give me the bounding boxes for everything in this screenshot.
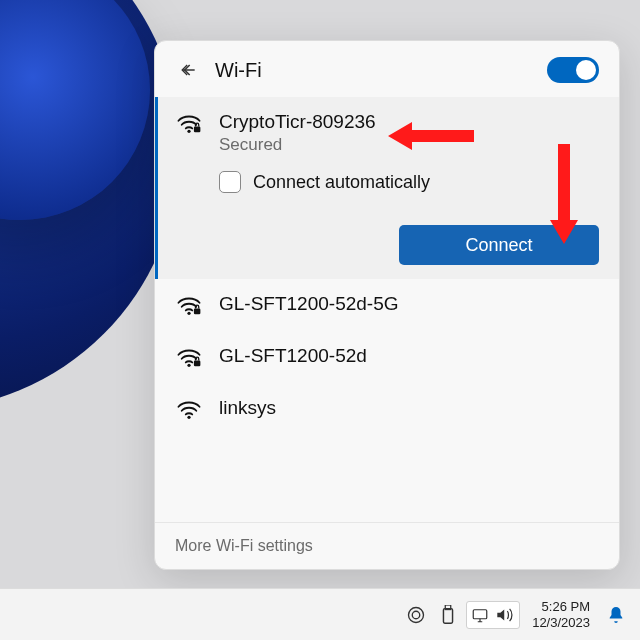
svg-point-2	[187, 312, 190, 315]
auto-connect-checkbox[interactable]	[219, 171, 241, 193]
network-tray-icon	[471, 606, 489, 624]
svg-point-4	[187, 364, 190, 367]
svg-point-0	[187, 130, 190, 133]
more-wifi-settings[interactable]: More Wi-Fi settings	[155, 522, 619, 569]
back-arrow-icon	[178, 60, 198, 80]
wifi-flyout-header: Wi-Fi	[155, 41, 619, 97]
taskbar-clock[interactable]: 5:26 PM 12/3/2023	[524, 599, 598, 630]
svg-point-10	[412, 611, 420, 619]
taskbar-time: 5:26 PM	[532, 599, 590, 615]
network-ssid: GL-SFT1200-52d-5G	[219, 293, 599, 315]
wifi-lock-icon	[175, 345, 203, 369]
taskbar: 5:26 PM 12/3/2023	[0, 588, 640, 640]
svg-rect-11	[444, 608, 453, 623]
network-item-selected[interactable]: CryptoTicr-809236 Secured Connect automa…	[155, 97, 619, 217]
network-security: Secured	[219, 135, 599, 155]
flyout-title: Wi-Fi	[215, 59, 262, 82]
network-body: CryptoTicr-809236 Secured Connect automa…	[219, 111, 599, 193]
network-ssid: GL-SFT1200-52d	[219, 345, 599, 367]
wifi-lock-icon	[175, 111, 203, 135]
svg-rect-1	[194, 126, 201, 132]
network-ssid: CryptoTicr-809236	[219, 111, 599, 133]
volume-icon	[495, 606, 515, 624]
wifi-toggle[interactable]	[547, 57, 599, 83]
svg-point-9	[409, 607, 424, 622]
network-list: CryptoTicr-809236 Secured Connect automa…	[155, 97, 619, 522]
wifi-lock-icon	[175, 293, 203, 317]
connect-button[interactable]: Connect	[399, 225, 599, 265]
back-button[interactable]	[175, 57, 201, 83]
auto-connect-label: Connect automatically	[253, 172, 430, 193]
network-volume-tray[interactable]	[466, 601, 520, 629]
svg-point-6	[187, 416, 190, 419]
notification-bell-icon[interactable]	[602, 601, 630, 629]
wifi-flyout: Wi-Fi CryptoTicr-809236	[154, 40, 620, 570]
svg-rect-13	[473, 609, 487, 618]
usb-eject-tray-icon[interactable]	[434, 601, 462, 629]
network-item[interactable]: linksys	[155, 383, 619, 435]
network-item[interactable]: GL-SFT1200-52d	[155, 331, 619, 383]
auto-connect-row[interactable]: Connect automatically	[219, 171, 599, 193]
taskbar-date: 12/3/2023	[532, 615, 590, 631]
svg-rect-5	[194, 360, 201, 366]
network-ssid: linksys	[219, 397, 599, 419]
network-item[interactable]: GL-SFT1200-52d-5G	[155, 279, 619, 331]
wifi-icon	[175, 397, 203, 421]
creative-cloud-tray-icon[interactable]	[402, 601, 430, 629]
svg-rect-3	[194, 308, 201, 314]
connect-row: Connect	[155, 217, 619, 279]
